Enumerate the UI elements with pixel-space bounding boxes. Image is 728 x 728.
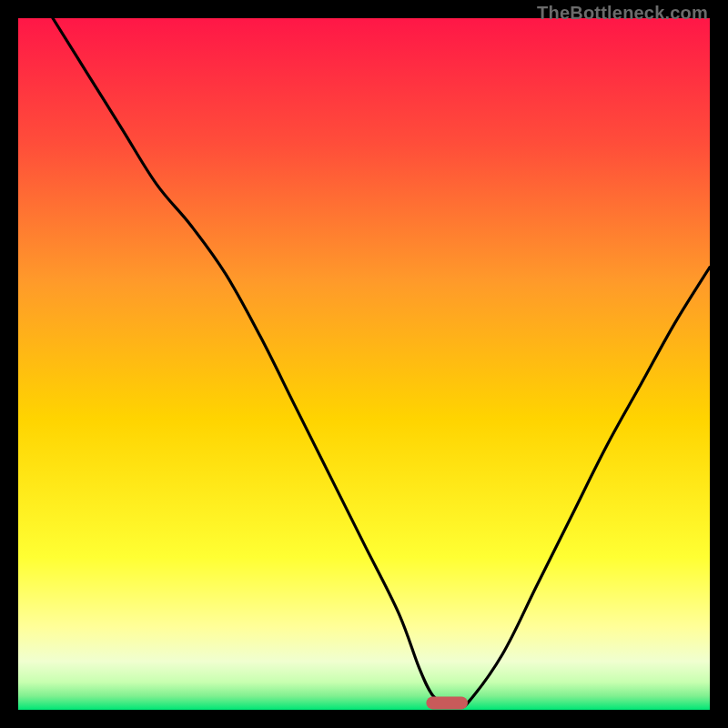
watermark-text: TheBottleneck.com bbox=[537, 3, 708, 24]
chart-frame: TheBottleneck.com bbox=[0, 0, 728, 728]
gradient-background bbox=[18, 18, 710, 710]
chart-svg bbox=[18, 18, 710, 710]
plot-area bbox=[18, 18, 710, 710]
optimal-marker bbox=[426, 696, 468, 709]
